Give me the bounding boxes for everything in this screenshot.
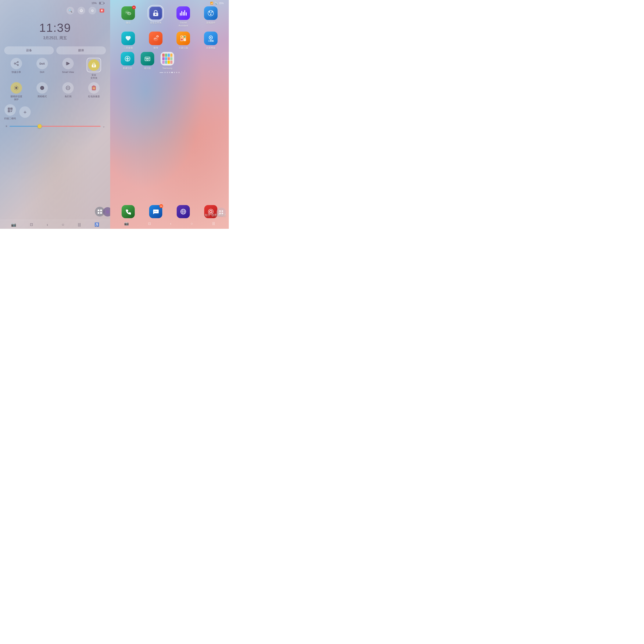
toggle-add[interactable]: + — [19, 106, 31, 118]
device-media-tabs: 设备 媒体 — [4, 46, 106, 54]
brightness-track[interactable] — [10, 126, 101, 127]
svg-point-38 — [126, 12, 127, 13]
svg-point-73 — [155, 211, 156, 212]
app-new-message[interactable]: 新建信息 — [121, 52, 134, 70]
svg-rect-6 — [66, 62, 67, 65]
app-game-plugin[interactable]: 游戏插件 — [204, 6, 218, 27]
dock-messages[interactable]: 24 — [149, 205, 162, 218]
app-row-2: 三星健康 微博 — [114, 30, 225, 51]
dock-phone[interactable] — [122, 205, 135, 218]
game-plugin-label: 游戏插件 — [206, 21, 215, 24]
brightness-slider-area: ☀ ⌄ — [4, 124, 106, 128]
toggle-secure-folder[interactable]: 安全文件夹 — [82, 58, 106, 80]
bottom-nav-right: 📷 ⊡ ‹ ○ ||| — [114, 220, 225, 227]
clock-date: 3月25日, 周五 — [4, 35, 106, 40]
app-samsung[interactable]: Samsung — [161, 52, 174, 70]
nav-camera-left[interactable]: 📷 — [11, 222, 16, 227]
left-panel: 15% 🔍 ⏻ ⚙ 新 11:39 3月25日, 周五 设备 媒体 — [0, 0, 110, 229]
app-row-3: 新建信息 收付款 — [114, 52, 225, 70]
samsung-health-label: 三星健康 — [124, 46, 133, 49]
nav-back-left[interactable]: ‹ — [47, 222, 48, 227]
dnd-icon — [62, 82, 74, 94]
svg-point-51 — [154, 38, 155, 39]
new-msg-icon — [121, 52, 134, 65]
qr-scan-icon — [4, 104, 16, 116]
nav-accessibility-left[interactable]: ♿ — [94, 222, 99, 227]
device-tab[interactable]: 设备 — [4, 46, 54, 54]
battery-text: 15% — [92, 2, 97, 5]
svg-rect-71 — [145, 58, 150, 59]
nav-recents-right[interactable]: ||| — [212, 222, 215, 225]
payment-label: 收付款 — [144, 67, 151, 70]
dock-browser[interactable] — [177, 205, 190, 218]
smart-view-label: Smart View — [62, 71, 74, 74]
samsung-label: Samsung — [162, 67, 172, 70]
new-badge: 新 — [100, 9, 104, 12]
svg-marker-22 — [93, 85, 95, 86]
media-tab[interactable]: 媒体 — [56, 46, 106, 54]
page-dot-5 — [174, 72, 175, 73]
svg-point-41 — [128, 13, 129, 14]
toggle-quick-share[interactable]: 快速分享 — [4, 58, 28, 80]
search-button[interactable]: 🔍 — [67, 7, 74, 14]
app-sound-assistant[interactable]: SoundAssistant — [176, 6, 190, 27]
right-panel: 📶 📡 15% ● 微信 — [110, 0, 229, 229]
samsung-health-icon — [121, 32, 135, 45]
dark-mode-icon — [36, 82, 48, 94]
toggle-dex[interactable]: DeX DeX — [30, 58, 54, 80]
power-button[interactable]: ⏻ — [78, 7, 85, 14]
dex-icon: DeX — [36, 58, 48, 69]
app-samsung-health[interactable]: 三星健康 — [121, 32, 135, 49]
nav-back-right[interactable]: ‹ — [170, 221, 171, 226]
wechat-label: 微信 — [126, 21, 130, 24]
svg-rect-32 — [11, 111, 12, 112]
app-themes[interactable]: 主题公园 — [176, 32, 190, 49]
dex-label: DeX — [40, 71, 44, 74]
app-secure-folder[interactable]: 安全文件夹 — [149, 6, 162, 27]
nav-home-right[interactable]: ○ — [191, 221, 193, 226]
svg-point-42 — [130, 13, 130, 14]
svg-point-14 — [15, 86, 15, 87]
nav-grid-right[interactable]: ⊡ — [148, 222, 151, 226]
svg-rect-33 — [98, 210, 99, 211]
wechat-icon: ● — [121, 6, 135, 20]
toggle-qr-scan[interactable]: 扫描二维码 — [4, 104, 16, 120]
app-wechat[interactable]: ● 微信 — [121, 6, 135, 27]
nav-camera-right[interactable]: 📷 — [124, 221, 129, 226]
toggle-dnd[interactable]: 免打扰 — [56, 82, 80, 101]
nav-recents-left[interactable]: ||| — [78, 222, 81, 227]
clock-area: 11:39 3月25日, 周五 — [4, 17, 106, 43]
signal-icon: 📶 — [210, 2, 213, 5]
page-dot-3 — [169, 72, 170, 73]
app-baidu-disk[interactable]: 三星版 百度网盘 — [204, 32, 218, 49]
toggle-eye-care[interactable]: 眼睛舒适度保护 — [4, 82, 28, 101]
brightness-thumb[interactable] — [37, 124, 42, 128]
toggle-dark-mode[interactable]: 黑暗模式 — [30, 82, 54, 101]
app-weibo[interactable]: 微博 — [149, 32, 162, 49]
app-payment[interactable]: 收付款 — [141, 52, 154, 70]
toggle-smart-view[interactable]: Smart View — [56, 58, 80, 80]
eye-care-label: 眼睛舒适度保护 — [11, 95, 22, 101]
toggle-redpacket[interactable]: 福 红包加速器 — [82, 82, 106, 101]
page-indicators — [114, 72, 225, 73]
svg-point-1 — [17, 61, 18, 63]
page-dot-2 — [167, 72, 168, 73]
svg-rect-82 — [222, 210, 223, 212]
quick-share-icon — [11, 58, 22, 69]
payment-icon — [141, 52, 154, 65]
svg-point-48 — [211, 11, 213, 12]
svg-point-8 — [93, 65, 94, 67]
svg-point-0 — [14, 63, 15, 64]
themes-icon — [176, 32, 190, 45]
svg-point-16 — [15, 89, 15, 90]
nav-grid-left[interactable]: ⊡ — [30, 222, 33, 227]
brightness-expand-btn[interactable]: ⌄ — [102, 124, 105, 128]
svg-point-57 — [181, 36, 182, 37]
wechat-badge: ● — [132, 6, 136, 9]
game-plugin-icon — [204, 6, 218, 20]
bottom-nav-left: 📷 ⊡ ‹ ○ ||| ♿ — [0, 220, 110, 229]
nav-home-left[interactable]: ○ — [62, 222, 64, 227]
svg-point-2 — [17, 64, 18, 66]
svg-point-11 — [16, 89, 17, 90]
settings-button[interactable]: ⚙ — [89, 7, 96, 14]
